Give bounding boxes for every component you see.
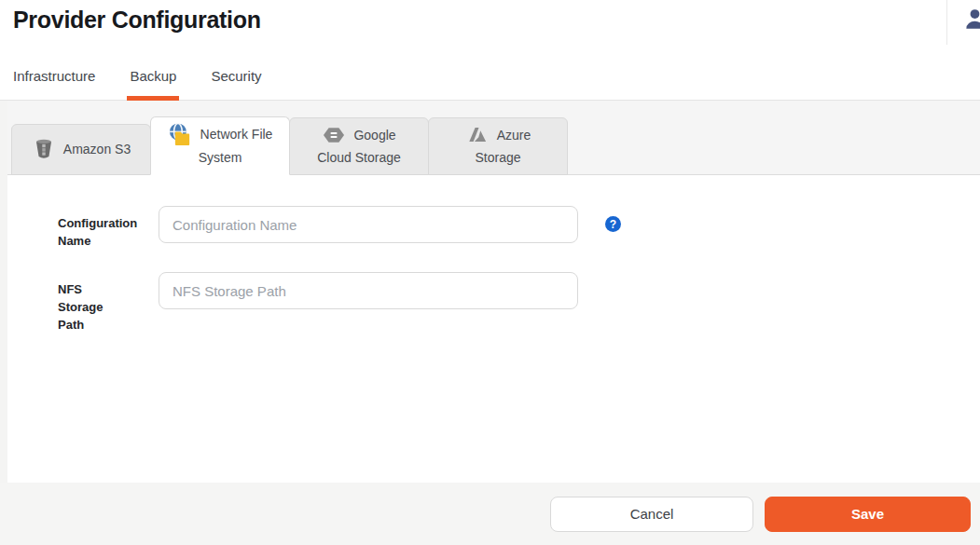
configuration-name-row: Configuration Name ? bbox=[58, 206, 980, 250]
provider-tab-label-line2: System bbox=[199, 147, 242, 169]
header-right bbox=[946, 0, 980, 45]
cancel-button[interactable]: Cancel bbox=[550, 497, 753, 532]
header-divider bbox=[946, 0, 947, 45]
provider-tab-google-cloud-storage[interactable]: Google Cloud Storage bbox=[289, 117, 429, 175]
configuration-name-input[interactable] bbox=[159, 206, 578, 243]
provider-tab-label: Azure bbox=[497, 125, 531, 146]
tab-infrastructure-label: Infrastructure bbox=[13, 68, 95, 84]
provider-tab-label: Google bbox=[353, 125, 395, 146]
provider-tab-strip: Amazon S3 Network File bbox=[7, 101, 980, 175]
network-file-system-icon bbox=[168, 122, 193, 147]
tab-backup-label: Backup bbox=[130, 68, 176, 84]
azure-storage-icon bbox=[465, 123, 490, 147]
tab-security-label: Security bbox=[211, 68, 261, 84]
footer-action-bar: Cancel Save bbox=[0, 483, 980, 545]
app-header: Provider Configuration bbox=[0, 0, 980, 52]
provider-tab-label: Amazon S3 bbox=[63, 139, 131, 160]
nfs-storage-path-input[interactable] bbox=[159, 272, 578, 309]
provider-tab-network-file-system[interactable]: Network File System bbox=[150, 116, 290, 175]
provider-tab-amazon-s3[interactable]: Amazon S3 bbox=[11, 124, 151, 175]
tab-infrastructure[interactable]: Infrastructure bbox=[13, 52, 95, 100]
provider-tab-label-line2: Cloud Storage bbox=[317, 147, 401, 169]
provider-tab-label: Network File bbox=[200, 124, 273, 145]
configuration-name-label: Configuration Name bbox=[58, 206, 159, 250]
page-title: Provider Configuration bbox=[13, 7, 261, 34]
nfs-configuration-form: Configuration Name ? NFS Storage Path bbox=[7, 175, 980, 483]
nfs-storage-path-label: NFS Storage Path bbox=[58, 272, 159, 334]
tab-security[interactable]: Security bbox=[211, 52, 261, 100]
provider-tab-azure-storage[interactable]: Azure Storage bbox=[428, 117, 568, 175]
google-cloud-storage-icon bbox=[322, 123, 346, 147]
backup-provider-panel: Amazon S3 Network File bbox=[7, 101, 980, 483]
question-mark-help-icon[interactable]: ? bbox=[605, 216, 621, 232]
save-button[interactable]: Save bbox=[765, 497, 971, 532]
user-icon[interactable] bbox=[963, 7, 980, 34]
amazon-s3-icon bbox=[32, 137, 56, 161]
nfs-storage-path-row: NFS Storage Path bbox=[58, 272, 980, 334]
primary-tab-bar: Infrastructure Backup Security bbox=[0, 52, 980, 101]
tab-backup[interactable]: Backup bbox=[130, 52, 176, 100]
provider-tab-label-line2: Storage bbox=[475, 147, 520, 169]
